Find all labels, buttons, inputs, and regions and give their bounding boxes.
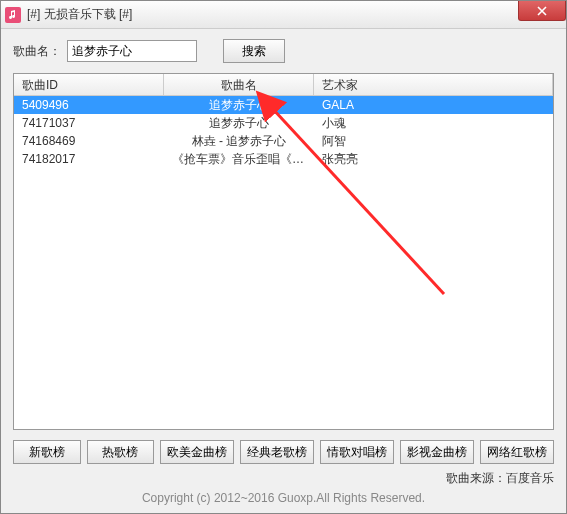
content-area: 歌曲名： 搜索 歌曲ID 歌曲名 艺术家 5409496追梦赤子心GALA741… [1,29,566,513]
table-cell: 74182017 [14,152,164,166]
table-cell: 追梦赤子心 [164,115,314,132]
category-button[interactable]: 热歌榜 [87,440,155,464]
search-input[interactable] [67,40,197,62]
category-button[interactable]: 影视金曲榜 [400,440,474,464]
table-row[interactable]: 74182017《抢车票》音乐歪唱《追梦赤子...张亮亮 [14,150,553,168]
category-buttons: 新歌榜热歌榜欧美金曲榜经典老歌榜情歌对唱榜影视金曲榜网络红歌榜 [13,440,554,464]
table-cell: 《抢车票》音乐歪唱《追梦赤子... [164,151,314,168]
table-row[interactable]: 5409496追梦赤子心GALA [14,96,553,114]
table-cell: 追梦赤子心 [164,97,314,114]
table-cell: 5409496 [14,98,164,112]
col-header-name[interactable]: 歌曲名 [164,74,314,95]
app-window: [#] 无损音乐下载 [#] 歌曲名： 搜索 歌曲ID 歌曲名 艺术家 5409… [0,0,567,514]
table-cell: 张亮亮 [314,151,553,168]
category-button[interactable]: 经典老歌榜 [240,440,314,464]
source-label: 歌曲来源：百度音乐 [13,470,554,487]
close-button[interactable] [518,1,566,21]
table-row[interactable]: 74171037追梦赤子心小魂 [14,114,553,132]
app-icon [5,7,21,23]
table-cell: GALA [314,98,553,112]
category-button[interactable]: 网络红歌榜 [480,440,554,464]
table-cell: 74171037 [14,116,164,130]
col-header-id[interactable]: 歌曲ID [14,74,164,95]
copyright-label: Copyright (c) 2012~2016 Guoxp.All Rights… [13,491,554,505]
table-body: 5409496追梦赤子心GALA74171037追梦赤子心小魂74168469林… [14,96,553,429]
category-button[interactable]: 新歌榜 [13,440,81,464]
table-header: 歌曲ID 歌曲名 艺术家 [14,74,553,96]
category-button[interactable]: 情歌对唱榜 [320,440,394,464]
results-table: 歌曲ID 歌曲名 艺术家 5409496追梦赤子心GALA74171037追梦赤… [13,73,554,430]
col-header-artist[interactable]: 艺术家 [314,74,553,95]
search-button[interactable]: 搜索 [223,39,285,63]
table-cell: 小魂 [314,115,553,132]
table-cell: 74168469 [14,134,164,148]
search-label: 歌曲名： [13,43,61,60]
category-button[interactable]: 欧美金曲榜 [160,440,234,464]
table-row[interactable]: 74168469林垚 - 追梦赤子心阿智 [14,132,553,150]
table-cell: 林垚 - 追梦赤子心 [164,133,314,150]
table-cell: 阿智 [314,133,553,150]
window-title: [#] 无损音乐下载 [#] [27,6,132,23]
search-row: 歌曲名： 搜索 [13,39,554,63]
titlebar: [#] 无损音乐下载 [#] [1,1,566,29]
